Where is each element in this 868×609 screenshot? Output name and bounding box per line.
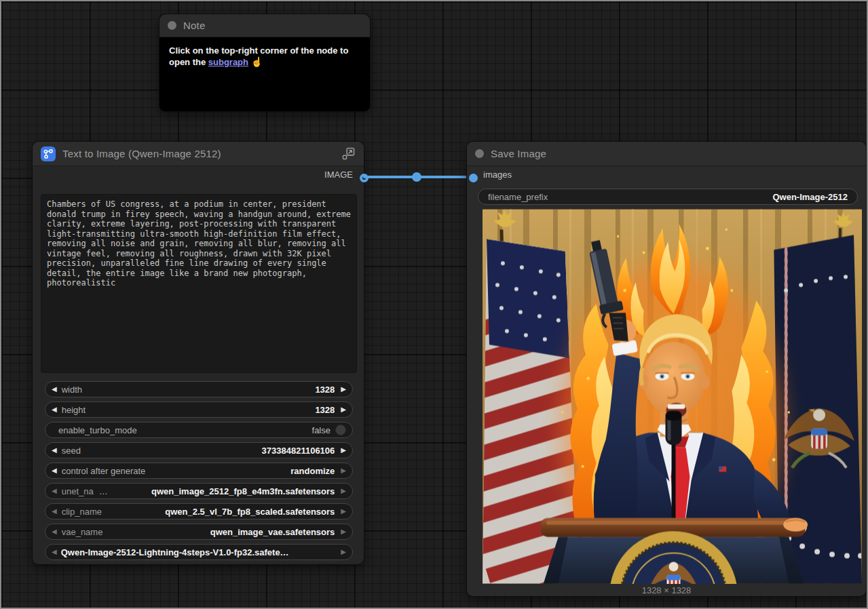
- widget-enable-turbo-mode[interactable]: enable_turbo_mode false: [45, 422, 353, 438]
- widget-value: 373384821106106: [81, 446, 335, 456]
- widget-width[interactable]: width 1328: [45, 381, 353, 397]
- podium: [541, 518, 808, 584]
- prev-option-arrow-icon[interactable]: [52, 488, 57, 494]
- widget-filename-prefix[interactable]: filename_prefix Qwen-Image-2512: [478, 189, 858, 205]
- next-option-arrow-icon[interactable]: [341, 467, 346, 474]
- widget-value: qwen_image_2512_fp8_e4m3fn.safetensors: [108, 486, 335, 496]
- save-image-node-header[interactable]: Save Image: [467, 142, 866, 166]
- subgraph-icon: [41, 146, 56, 161]
- next-option-arrow-icon[interactable]: [341, 488, 346, 494]
- widget-seed[interactable]: seed 373384821106106: [45, 442, 353, 458]
- collapse-dot-icon[interactable]: [168, 21, 176, 30]
- note-node[interactable]: Note Click on the top-right corner of th…: [159, 14, 371, 112]
- label-truncation-dots: …: [99, 486, 108, 496]
- generated-image-preview[interactable]: [483, 209, 862, 584]
- prev-option-arrow-icon[interactable]: [52, 508, 57, 515]
- prompt-textarea[interactable]: Chambers of US congress, at a podium in …: [41, 194, 357, 373]
- widget-value: qwen_image_vae.safetensors: [102, 527, 335, 537]
- widget-control-after-generate[interactable]: control after generate randomize: [45, 463, 353, 479]
- widget-vae-name[interactable]: vae_name qwen_image_vae.safetensors: [45, 524, 353, 540]
- next-option-arrow-icon[interactable]: [341, 508, 346, 515]
- widget-height[interactable]: height 1328: [45, 401, 353, 418]
- widget-value: false: [137, 425, 331, 435]
- node-graph-canvas[interactable]: Note Click on the top-right corner of th…: [0, 0, 868, 609]
- save-image-node-title: Save Image: [491, 148, 858, 159]
- images-input-port[interactable]: [469, 174, 478, 182]
- increment-arrow-icon[interactable]: [341, 447, 346, 454]
- image-output-label: IMAGE: [324, 170, 353, 180]
- note-body-text: Click on the top-right corner of the nod…: [159, 37, 370, 76]
- images-input-label: images: [483, 170, 512, 180]
- image-size-caption: 1328 × 1328: [467, 584, 866, 597]
- widget-clip-name[interactable]: clip_name qwen_2.5_vl_7b_fp8_scaled.safe…: [45, 503, 353, 519]
- next-option-arrow-icon[interactable]: [341, 549, 346, 555]
- decrement-arrow-icon[interactable]: [52, 386, 57, 393]
- widget-value: Qwen-Image-2512: [548, 192, 848, 202]
- widget-label: control after generate: [62, 466, 146, 476]
- decrement-arrow-icon[interactable]: [52, 447, 57, 454]
- widget-value: qwen_2.5_vl_7b_fp8_scaled.safetensors: [102, 507, 335, 517]
- text-to-image-node[interactable]: Text to Image (Qwen-Image 2512) IMAGE Ch…: [32, 141, 364, 565]
- decrement-arrow-icon[interactable]: [52, 406, 57, 413]
- increment-arrow-icon[interactable]: [341, 406, 346, 413]
- save-image-node[interactable]: Save Image images filename_prefix Qwen-I…: [466, 141, 867, 597]
- widget-value: randomize: [145, 466, 335, 476]
- widget-value: Qwen-Image-2512-Lightning-4steps-V1.0-fp…: [61, 547, 335, 557]
- widget-label: enable_turbo_mode: [58, 425, 137, 435]
- widget-label: width: [62, 385, 82, 395]
- widget-value: 1328: [82, 385, 335, 395]
- next-option-arrow-icon[interactable]: [341, 528, 346, 535]
- widget-label: seed: [62, 446, 81, 456]
- open-subgraph-button[interactable]: [341, 146, 356, 161]
- subgraph-link[interactable]: subgraph: [208, 57, 248, 67]
- pointing-up-icon: ☝: [251, 56, 263, 67]
- increment-arrow-icon[interactable]: [341, 386, 346, 393]
- text-to-image-node-title: Text to Image (Qwen-Image 2512): [62, 148, 334, 159]
- widget-lora-name[interactable]: Qwen-Image-2512-Lightning-4steps-V1.0-fp…: [45, 544, 353, 560]
- widget-label: vae_name: [62, 527, 103, 537]
- widget-label: filename_prefix: [488, 192, 548, 202]
- widget-unet-name[interactable]: unet_na … qwen_image_2512_fp8_e4m3fn.saf…: [45, 483, 353, 499]
- prev-option-arrow-icon[interactable]: [52, 549, 57, 555]
- widget-label: clip_name: [62, 507, 102, 517]
- toggle-knob[interactable]: [335, 425, 346, 435]
- collapse-dot-icon[interactable]: [475, 149, 484, 158]
- prev-option-arrow-icon[interactable]: [52, 528, 57, 535]
- link-midpoint-dot[interactable]: [412, 172, 421, 182]
- text-to-image-node-header[interactable]: Text to Image (Qwen-Image 2512): [33, 142, 364, 166]
- prev-option-arrow-icon[interactable]: [52, 467, 57, 474]
- note-node-title: Note: [183, 20, 362, 31]
- note-node-header[interactable]: Note: [159, 14, 370, 37]
- preview-illustration: [483, 209, 862, 584]
- widget-label: height: [62, 405, 86, 415]
- widget-label: unet_na: [62, 486, 94, 496]
- widget-value: 1328: [86, 405, 335, 415]
